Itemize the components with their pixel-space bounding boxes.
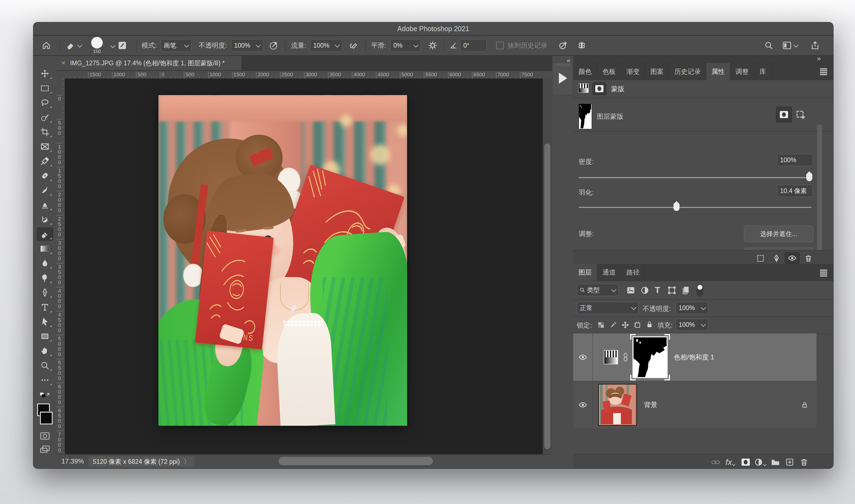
lock-position-icon[interactable] — [621, 321, 629, 329]
panel-tab-渐变[interactable]: 渐变 — [621, 63, 645, 80]
tool-move[interactable] — [37, 67, 53, 80]
close-icon[interactable]: × — [61, 59, 66, 67]
panel-tab-颜色[interactable]: 颜色 — [573, 63, 597, 80]
apply-mask-icon[interactable] — [770, 253, 783, 263]
lock-pixels-icon[interactable] — [609, 321, 617, 329]
tool-dodge[interactable] — [37, 271, 53, 285]
titlebar[interactable]: Adobe Photoshop 2021 — [33, 22, 833, 36]
mask-link-icon[interactable] — [623, 353, 628, 362]
tool-lasso[interactable] — [37, 96, 53, 109]
tool-spot-healing[interactable] — [37, 169, 53, 182]
document-tab[interactable]: × IMG_1275.JPG @ 17.4% (色相/饱和度 1, 图层蒙版/8… — [56, 56, 242, 70]
layers-empty-area[interactable] — [573, 428, 833, 454]
new-adjustment-icon[interactable] — [754, 457, 766, 467]
share-icon[interactable] — [810, 36, 820, 55]
layer-row-background[interactable]: 背景 — [573, 381, 816, 429]
ruler-corner[interactable] — [56, 71, 65, 79]
delete-mask-icon[interactable] — [802, 253, 815, 263]
panel-tab-图案[interactable]: 图案 — [645, 63, 669, 80]
layer-visibility-toggle[interactable] — [573, 334, 593, 381]
eraser-tool-icon[interactable] — [66, 36, 84, 55]
layer-visibility-toggle[interactable] — [573, 381, 593, 429]
layers-tab-路径[interactable]: 路径 — [621, 264, 645, 281]
layer-mask-thumbnail-selected[interactable] — [633, 336, 668, 378]
foreground-background-swatches[interactable] — [37, 402, 53, 426]
tool-hand[interactable] — [37, 344, 53, 358]
layer-row-hue-saturation[interactable]: 色相/饱和度 1 — [573, 334, 816, 381]
search-icon[interactable] — [764, 36, 774, 55]
fill-dropdown[interactable]: 100% — [676, 319, 708, 331]
smart-object-filter-icon[interactable] — [681, 286, 691, 295]
canvas[interactable]: CLARINSCLARINS — [65, 78, 543, 455]
add-mask-icon[interactable] — [740, 457, 752, 467]
brush-settings-gear-icon[interactable] — [428, 36, 438, 55]
panel-menu-icon[interactable] — [820, 70, 827, 71]
background-layer-thumbnail[interactable] — [598, 384, 637, 426]
lock-artboard-icon[interactable] — [633, 321, 642, 329]
quick-mask-icon[interactable] — [37, 429, 53, 443]
flow-dropdown[interactable]: 100% — [310, 36, 342, 55]
erase-history-checkbox[interactable] — [496, 36, 504, 55]
panel-tab-色板[interactable]: 色板 — [597, 63, 621, 80]
pixel-layer-icon[interactable] — [578, 84, 589, 93]
mask-selected-icon[interactable] — [776, 107, 792, 123]
layers-tab-通道[interactable]: 通道 — [597, 264, 621, 281]
vertical-scrollbar[interactable] — [542, 78, 552, 455]
shape-filter-icon[interactable] — [667, 286, 677, 295]
smoothing-dropdown[interactable]: 0% — [390, 36, 421, 55]
filter-toggle[interactable] — [697, 284, 703, 296]
properties-scrollbar[interactable] — [817, 124, 822, 262]
brush-preview[interactable]: 150 — [91, 36, 103, 55]
tool-zoom[interactable] — [37, 359, 53, 372]
link-layers-icon[interactable] — [710, 457, 722, 467]
tool-object-selection[interactable] — [37, 111, 53, 124]
density-input[interactable]: 100% — [777, 154, 813, 166]
screen-mode-icon[interactable] — [37, 443, 53, 456]
tool-frame[interactable] — [37, 140, 53, 153]
image-filter-icon[interactable] — [626, 286, 636, 295]
layer-name[interactable]: 色相/饱和度 1 — [674, 353, 714, 362]
tool-type[interactable] — [37, 301, 53, 314]
density-slider[interactable] — [579, 177, 812, 178]
select-and-mask-button[interactable]: 选择并遮住... — [744, 226, 814, 242]
tablet-pressure-size-icon[interactable] — [558, 36, 568, 55]
panel-tab-属性[interactable]: 属性 — [706, 63, 730, 80]
tool-marquee[interactable] — [37, 82, 53, 95]
airbrush-icon[interactable] — [349, 36, 359, 55]
actions-panel-button[interactable] — [553, 62, 572, 95]
zoom-level[interactable]: 17.39% — [61, 457, 84, 465]
symmetry-icon[interactable] — [576, 36, 587, 55]
tablet-pressure-opacity-icon[interactable] — [269, 36, 279, 55]
lock-transparency-icon[interactable] — [597, 321, 605, 329]
vertical-scrollbar-thumb[interactable] — [544, 143, 550, 449]
tool-eraser[interactable] — [37, 228, 53, 241]
layers-opacity-dropdown[interactable]: 100% — [676, 302, 708, 314]
layer-name[interactable]: 背景 — [644, 400, 657, 409]
tool-pen[interactable] — [37, 286, 53, 299]
fx-icon[interactable]: fx — [724, 457, 736, 467]
blend-mode-dropdown[interactable]: 正常 — [577, 302, 639, 314]
mode-dropdown[interactable]: 画笔 — [161, 36, 192, 55]
panel-tab-历史记录[interactable]: 历史记录 — [669, 63, 706, 80]
layer-mask-icon[interactable] — [592, 82, 606, 95]
delete-layer-icon[interactable] — [798, 457, 810, 467]
tool-ellipsis[interactable] — [37, 374, 53, 387]
feather-slider-thumb[interactable] — [674, 204, 679, 211]
mask-visibility-eye-icon[interactable] — [785, 252, 800, 264]
add-transform-icon[interactable] — [795, 109, 806, 120]
workspace-switcher-icon[interactable] — [782, 36, 800, 55]
lock-all-icon[interactable] — [645, 320, 654, 328]
photo-document[interactable]: CLARINSCLARINS — [158, 95, 407, 426]
layer-mask-thumbnail[interactable] — [579, 104, 592, 129]
tool-clone-stamp[interactable] — [37, 198, 53, 212]
document-dimensions[interactable]: 5120 像素 x 6824 像素 (72 ppi) 〉 — [88, 456, 194, 467]
density-slider-thumb[interactable] — [806, 174, 812, 181]
tool-crop[interactable] — [37, 125, 53, 139]
feather-input[interactable]: 10.4 像素 — [777, 185, 813, 197]
tool-path-selection[interactable] — [37, 315, 53, 328]
swap-colors-icon[interactable] — [37, 389, 53, 402]
tool-brush[interactable] — [37, 184, 53, 197]
opacity-dropdown[interactable]: 100% — [231, 36, 263, 55]
toggle-brush-panel-icon[interactable] — [117, 36, 127, 55]
panel-tab-调整[interactable]: 调整 — [730, 63, 754, 80]
